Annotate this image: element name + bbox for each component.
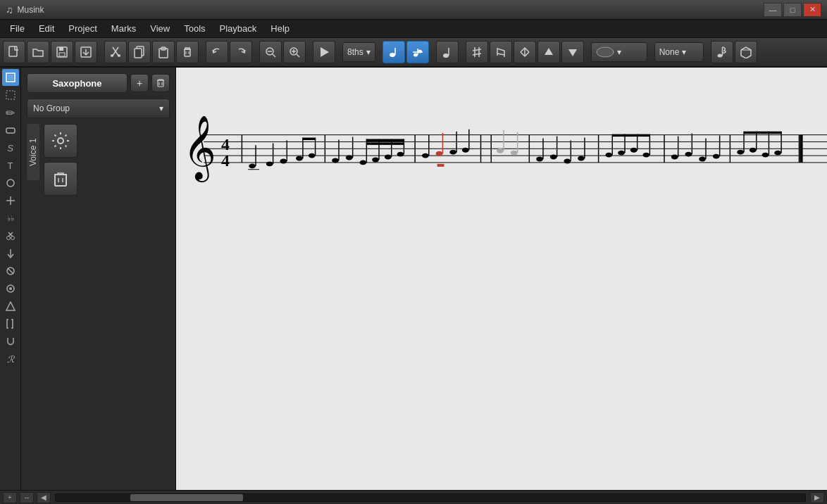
menu-item-project[interactable]: Project	[61, 21, 104, 36]
svg-point-113	[630, 148, 638, 153]
pencil-tool[interactable]: ✏	[2, 104, 19, 121]
svg-point-126	[713, 154, 720, 159]
t-tool[interactable]: T	[2, 157, 19, 174]
menu-item-marks[interactable]: Marks	[104, 21, 143, 36]
group-select[interactable]: No Group ▾	[27, 99, 170, 118]
eraser-tool[interactable]	[2, 122, 19, 139]
scissors-tool[interactable]	[2, 227, 19, 244]
copy-button[interactable]	[128, 41, 151, 63]
down-button[interactable]	[561, 41, 584, 63]
add-track-button[interactable]: +	[130, 74, 149, 92]
export-button[interactable]	[75, 41, 97, 63]
play-button[interactable]	[313, 41, 335, 63]
main-area: ✏ S T ♭♭ ℛ	[0, 68, 827, 490]
svg-point-99	[497, 149, 504, 153]
score-area[interactable]: 𝄞 4 4	[176, 68, 827, 490]
svg-point-41	[597, 47, 614, 57]
svg-point-85	[397, 152, 404, 157]
menu-item-file[interactable]: File	[3, 21, 32, 36]
minimize-button[interactable]: —	[764, 3, 782, 17]
zoom-out-button[interactable]	[259, 41, 282, 63]
new-button[interactable]	[3, 41, 25, 63]
note-toggle-1[interactable]	[383, 41, 405, 63]
up-button[interactable]	[537, 41, 560, 63]
arrow-down-tool[interactable]	[2, 245, 19, 262]
redo-button[interactable]	[230, 41, 252, 63]
svg-point-129	[750, 148, 757, 153]
sharp-button[interactable]	[466, 41, 488, 63]
maximize-button[interactable]: □	[783, 3, 802, 17]
note-flag-button[interactable]	[711, 41, 733, 63]
svg-point-114	[643, 153, 650, 158]
select-tool[interactable]	[2, 69, 19, 86]
expand-button[interactable]	[735, 41, 757, 63]
beam-1	[303, 138, 316, 140]
menu-item-playback[interactable]: Playback	[213, 21, 264, 36]
circle-tool[interactable]	[2, 175, 19, 191]
selected-note[interactable]	[436, 151, 443, 156]
zoom-in-button[interactable]	[283, 41, 306, 63]
svg-point-67	[58, 138, 63, 144]
save-button[interactable]	[51, 41, 73, 63]
voice-settings-button[interactable]	[44, 124, 77, 158]
window-controls: — □ ✕	[764, 3, 821, 17]
svg-point-120	[671, 155, 678, 160]
delete-track-button[interactable]	[151, 74, 170, 92]
r-tool[interactable]: ℛ	[2, 351, 19, 367]
scrollbar-track[interactable]	[55, 493, 806, 502]
flip-button[interactable]	[514, 41, 536, 63]
cross-tool[interactable]	[2, 192, 19, 209]
track-name-button[interactable]: Saxophone	[27, 73, 128, 93]
voice-area: Voice 1	[27, 124, 170, 196]
add-track-status-button[interactable]: +	[3, 492, 17, 503]
note-duration-button[interactable]	[436, 41, 459, 63]
svg-point-130	[762, 153, 769, 158]
select2-tool[interactable]	[2, 87, 19, 103]
slash-tool[interactable]	[2, 263, 19, 279]
svg-point-30	[418, 50, 422, 53]
paste-button[interactable]	[152, 41, 175, 63]
svg-line-18	[273, 54, 275, 57]
track-header: Saxophone +	[27, 73, 170, 93]
menu-item-help[interactable]: Help	[263, 21, 297, 36]
s-tool[interactable]: S	[2, 139, 19, 156]
left-toolbar: ✏ S T ♭♭ ℛ	[0, 68, 21, 490]
svg-rect-119	[612, 134, 649, 137]
doublebar-tool[interactable]: ♭♭	[2, 210, 19, 227]
u-tool[interactable]	[2, 333, 19, 350]
svg-rect-2	[59, 47, 63, 51]
svg-rect-64	[158, 80, 163, 87]
cut-button[interactable]	[104, 41, 127, 63]
svg-rect-68	[55, 175, 66, 186]
menu-item-edit[interactable]: Edit	[32, 21, 61, 36]
none-select[interactable]: None ▾	[654, 42, 704, 62]
move-status-button[interactable]: ↔	[20, 492, 34, 503]
triangle-tool[interactable]	[2, 298, 19, 315]
note-value-select[interactable]: 8ths ▾	[342, 42, 375, 62]
svg-rect-0	[9, 46, 17, 56]
svg-line-37	[497, 53, 504, 55]
menu-item-view[interactable]: View	[143, 21, 177, 36]
note-toggle-2[interactable]	[406, 41, 429, 63]
svg-line-21	[297, 54, 299, 57]
svg-point-83	[372, 158, 379, 163]
o-tool[interactable]	[2, 280, 19, 297]
open-button[interactable]	[27, 41, 49, 63]
svg-rect-3	[59, 53, 65, 56]
undo-button[interactable]	[206, 41, 228, 63]
natural-button[interactable]	[490, 41, 512, 63]
scroll-right-button[interactable]: ▶	[810, 492, 824, 503]
svg-marker-40	[568, 49, 577, 56]
svg-point-31	[443, 53, 449, 58]
close-button[interactable]: ✕	[803, 3, 821, 17]
svg-marker-24	[321, 47, 329, 57]
scroll-left-button[interactable]: ◀	[37, 492, 51, 503]
menu-item-tools[interactable]: Tools	[177, 21, 212, 36]
voice-controls	[44, 124, 170, 196]
delete-button[interactable]	[176, 41, 199, 63]
voice-delete-button[interactable]	[44, 162, 77, 196]
shape-select[interactable]: ▾	[591, 42, 647, 62]
svg-point-92	[422, 153, 429, 158]
bracket-tool[interactable]	[2, 315, 19, 332]
scrollbar-thumb[interactable]	[130, 494, 243, 501]
